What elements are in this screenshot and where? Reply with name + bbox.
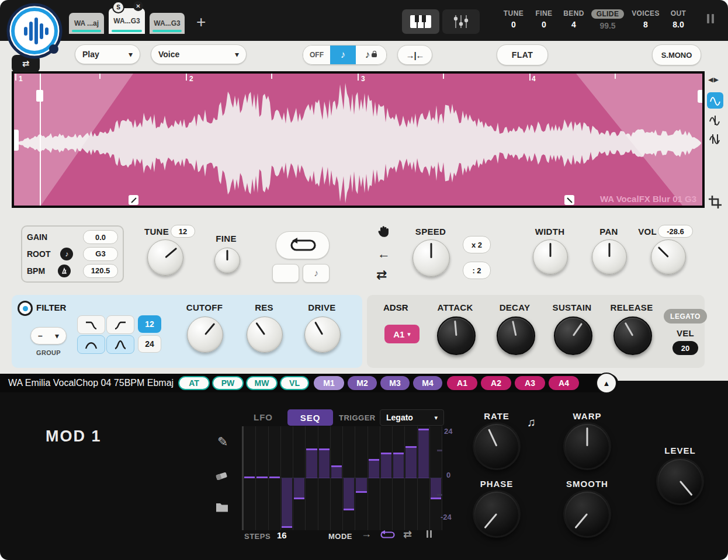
steps-value[interactable]: 16 bbox=[277, 530, 287, 540]
voice-mode-dropdown[interactable]: Voice▾ bbox=[151, 44, 247, 64]
glide-toggle[interactable]: GLIDE bbox=[591, 9, 625, 19]
macro-pill-mw[interactable]: MW bbox=[246, 376, 278, 390]
metronome-icon[interactable] bbox=[58, 265, 71, 277]
legato-toggle[interactable]: LEGATO bbox=[664, 309, 707, 324]
cutoff-knob[interactable] bbox=[187, 316, 223, 353]
play-mode-dropdown[interactable]: Play▾ bbox=[75, 44, 140, 64]
tune-global-value[interactable]: 0 bbox=[511, 20, 516, 29]
adsr-pill-a4[interactable]: A4 bbox=[549, 376, 579, 390]
preset-tab-1[interactable]: WA ...aj bbox=[69, 13, 104, 34]
step-sequencer[interactable] bbox=[242, 426, 442, 530]
seq-step[interactable] bbox=[281, 426, 293, 530]
sync-off-button[interactable]: OFF bbox=[303, 46, 330, 64]
filter-group-dropdown[interactable]: –▾ bbox=[30, 327, 67, 345]
filter-type-bandpass-button-active[interactable] bbox=[77, 335, 105, 354]
pingpong-icon[interactable]: ⇄ bbox=[376, 267, 387, 283]
glide-value[interactable]: 99.5 bbox=[599, 21, 615, 30]
fade-out-edit-handle[interactable] bbox=[564, 195, 574, 205]
gain-value[interactable]: 0.0 bbox=[83, 230, 118, 244]
close-tab-icon[interactable]: ✕ bbox=[133, 1, 143, 11]
rate-sync-note-icon[interactable]: ♫ bbox=[527, 416, 536, 429]
filter-slope-12-button-active[interactable]: 12 bbox=[138, 315, 161, 333]
seq-step[interactable] bbox=[306, 426, 318, 530]
root-note-icon[interactable]: ♪ bbox=[60, 248, 73, 260]
tab-seq-active[interactable]: SEQ bbox=[287, 409, 333, 426]
waveform-display[interactable]: 1 2 3 4 WA VocalFX Blur 01 G3 bbox=[12, 71, 705, 208]
mod-pill-m1-active[interactable]: M1 bbox=[314, 376, 344, 390]
mode-hold-button[interactable] bbox=[425, 530, 432, 540]
seq-step[interactable] bbox=[355, 426, 368, 530]
flat-button[interactable]: FLAT bbox=[497, 44, 548, 65]
preset-name-area[interactable]: WA Emilia VocalChop 04 75BPM Ebmaj bbox=[0, 374, 188, 392]
solo-badge[interactable]: S bbox=[112, 1, 124, 13]
loop-toggle-button[interactable] bbox=[276, 231, 330, 259]
macro-pill-at[interactable]: AT bbox=[178, 376, 210, 390]
pan-scroll-icon[interactable]: ◀▶ bbox=[708, 76, 719, 84]
seq-step[interactable] bbox=[343, 426, 355, 530]
loop-sync-note-button[interactable]: ♪ bbox=[303, 264, 330, 283]
wave-edit-tool-active[interactable] bbox=[707, 92, 723, 109]
stereo-mono-button[interactable]: S.MONO bbox=[652, 44, 701, 65]
add-tab-button[interactable]: + bbox=[196, 13, 206, 32]
macro-pill-pw[interactable]: PW bbox=[212, 376, 244, 390]
sync-note-lock-button[interactable]: ♪ bbox=[356, 46, 386, 64]
warp-knob[interactable] bbox=[565, 424, 609, 468]
seq-step[interactable] bbox=[318, 426, 331, 530]
preset-tab-3[interactable]: WA...G3 bbox=[150, 13, 185, 34]
speed-half-button[interactable]: : 2 bbox=[463, 262, 491, 279]
adsr-pill-a3[interactable]: A3 bbox=[515, 376, 545, 390]
fine-knob[interactable] bbox=[214, 248, 240, 273]
adsr-slot-dropdown[interactable]: A1▾ bbox=[384, 325, 420, 343]
keyboard-view-button[interactable] bbox=[402, 9, 439, 34]
mode-loop-button-active[interactable] bbox=[380, 530, 395, 541]
decay-knob[interactable] bbox=[497, 316, 535, 355]
mod-pill-m2[interactable]: M2 bbox=[348, 376, 377, 390]
attack-knob[interactable] bbox=[437, 316, 476, 355]
hand-drag-icon[interactable] bbox=[377, 224, 390, 241]
fade-in-edit-handle[interactable] bbox=[129, 195, 138, 205]
filter-slope-24-button[interactable]: 24 bbox=[138, 335, 161, 353]
left-edge-handle[interactable] bbox=[14, 130, 19, 151]
mode-pingpong-button[interactable]: ⇄ bbox=[403, 528, 412, 541]
release-knob[interactable] bbox=[613, 316, 652, 355]
seq-step[interactable] bbox=[256, 426, 268, 530]
width-knob[interactable] bbox=[533, 239, 568, 274]
trigger-dropdown[interactable]: Legato▾ bbox=[380, 409, 444, 426]
seq-step[interactable] bbox=[393, 426, 405, 530]
wave-region-tool[interactable] bbox=[707, 131, 723, 147]
filter-type-lowshelf-button[interactable] bbox=[77, 315, 105, 334]
bend-value[interactable]: 4 bbox=[571, 20, 576, 29]
vol-knob[interactable] bbox=[651, 239, 686, 274]
voices-value[interactable]: 8 bbox=[643, 20, 648, 29]
mod-pill-m3[interactable]: M3 bbox=[380, 376, 410, 390]
tune-value-badge[interactable]: 12 bbox=[171, 225, 195, 238]
preset-browser-button[interactable] bbox=[215, 501, 229, 514]
tab-lfo[interactable]: LFO bbox=[254, 412, 273, 422]
rate-knob[interactable] bbox=[474, 424, 519, 468]
sync-note-button-active[interactable]: ♪ bbox=[330, 46, 356, 64]
level-knob[interactable] bbox=[658, 459, 702, 503]
tune-knob[interactable] bbox=[147, 239, 183, 276]
crop-button[interactable] bbox=[708, 195, 722, 211]
erase-tool-button[interactable] bbox=[215, 471, 228, 484]
seq-step[interactable] bbox=[244, 426, 256, 530]
mod-pill-m4[interactable]: M4 bbox=[413, 376, 442, 390]
loop-length-display[interactable] bbox=[272, 264, 299, 283]
seq-step[interactable] bbox=[331, 426, 343, 530]
bpm-value[interactable]: 120.5 bbox=[83, 264, 118, 278]
loop-start-handle[interactable] bbox=[36, 90, 43, 102]
macro-pill-vl[interactable]: VL bbox=[280, 376, 309, 390]
vel-value-badge[interactable]: 20 bbox=[672, 341, 698, 355]
seq-step[interactable] bbox=[368, 426, 380, 530]
mixer-view-button[interactable] bbox=[442, 9, 480, 34]
seq-step[interactable] bbox=[405, 426, 417, 530]
pan-knob[interactable] bbox=[592, 239, 627, 274]
phase-knob[interactable] bbox=[474, 492, 519, 536]
vol-value-badge[interactable]: -28.6 bbox=[658, 225, 693, 238]
drive-knob[interactable] bbox=[304, 316, 341, 353]
speed-knob[interactable] bbox=[412, 239, 450, 277]
wave-slice-tool[interactable] bbox=[707, 112, 723, 128]
seq-step[interactable] bbox=[293, 426, 306, 530]
fine-global-value[interactable]: 0 bbox=[542, 20, 546, 29]
right-edge-handle[interactable] bbox=[698, 90, 702, 103]
